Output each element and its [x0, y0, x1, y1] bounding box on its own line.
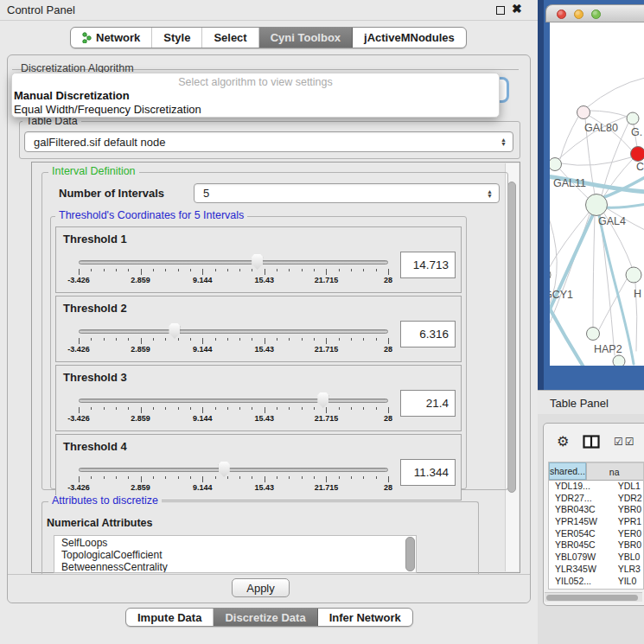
threshold-slider-thumb[interactable]	[219, 462, 230, 477]
cell-name[interactable]: YBL0	[611, 552, 643, 564]
network-edge[interactable]	[599, 279, 627, 329]
attribute-list-item[interactable]: SelfLoops	[54, 536, 416, 548]
bottom-tab-impute-data[interactable]: Impute Data	[126, 609, 214, 626]
gear-icon[interactable]: ⚙	[557, 433, 569, 450]
column-header-name[interactable]: na	[586, 462, 643, 480]
bottom-tab-label: Infer Network	[329, 611, 401, 624]
cell-shared-name[interactable]: YLR345W	[549, 564, 611, 576]
cell-shared-name[interactable]: YDR27...	[549, 493, 611, 505]
network-icon	[82, 32, 92, 43]
threshold-slider-thumb[interactable]	[317, 392, 328, 408]
network-edge[interactable]	[560, 117, 578, 159]
cell-shared-name[interactable]: YPR145W	[549, 516, 611, 528]
attribute-list-item[interactable]: BetweennessCentrality	[54, 560, 416, 572]
algorithm-placeholder-option[interactable]: Select algorithm to view settings	[12, 73, 499, 88]
network-edge[interactable]	[593, 215, 595, 327]
cell-name[interactable]: YBR0	[611, 504, 643, 516]
network-node[interactable]	[550, 158, 562, 171]
network-node[interactable]	[613, 355, 625, 366]
close-traffic-light-icon[interactable]	[557, 10, 566, 19]
table-row[interactable]: YPR145WYPR1	[549, 516, 643, 528]
network-node[interactable]	[627, 112, 639, 124]
threshold-value-field[interactable]: 6.316	[400, 321, 456, 348]
column-header-shared-name[interactable]: shared...	[549, 462, 586, 480]
cell-name[interactable]: YER0	[611, 528, 643, 540]
threshold-slider-track[interactable]	[79, 399, 388, 403]
cell-name[interactable]: YDR2	[611, 493, 643, 505]
threshold-slider-track[interactable]	[79, 329, 388, 334]
minimize-traffic-light-icon[interactable]	[574, 10, 583, 19]
split-columns-icon[interactable]	[583, 435, 600, 449]
algorithm-dropdown-popup: Select algorithm to view settings Manual…	[11, 73, 500, 118]
network-edge[interactable]	[550, 213, 589, 270]
network-canvas[interactable]: GAL80G.CGAL11GAL4GCY1HHAP2	[550, 22, 644, 366]
threshold-slider-track[interactable]	[79, 260, 388, 265]
cell-name[interactable]: YBR0	[611, 539, 643, 552]
algorithm-option[interactable]: Manual Discretization	[12, 88, 499, 102]
tab-jactivemnodules[interactable]: jActiveMNodules	[353, 28, 466, 48]
threshold-slider-track[interactable]	[79, 468, 388, 472]
close-icon[interactable]: ✖	[512, 2, 522, 16]
threshold-label: Threshold 2	[63, 302, 127, 315]
apply-button[interactable]: Apply	[232, 578, 290, 597]
table-row[interactable]: YER054CYER0	[549, 528, 643, 540]
checkboxes-icon[interactable]: ☑☑	[614, 436, 636, 448]
network-node[interactable]	[587, 328, 600, 341]
cell-name[interactable]: YDL1	[611, 481, 643, 493]
table-panel-header: Table Panel	[538, 390, 644, 414]
threshold-slider-thumb[interactable]	[169, 323, 180, 339]
zoom-traffic-light-icon[interactable]	[591, 10, 601, 19]
tab-network[interactable]: Network	[71, 28, 152, 48]
threshold-value-field[interactable]: 21.4	[400, 390, 456, 417]
tab-select[interactable]: Select	[202, 28, 258, 48]
table-row[interactable]: YBL079WYBL0	[549, 552, 643, 564]
threshold-slider-thumb[interactable]	[252, 254, 263, 270]
table-row[interactable]: YLR345WYLR3	[549, 564, 643, 576]
cell-name[interactable]: YLR3	[611, 564, 643, 576]
number-of-intervals-combobox[interactable]: 5 ▲▼	[194, 183, 500, 203]
viewport-scrollbar-thumb[interactable]	[507, 182, 516, 493]
tab-style[interactable]: Style	[152, 28, 202, 48]
bottom-tab-discretize-data[interactable]: Discretize Data	[214, 609, 317, 626]
tick-label: 2.859	[131, 414, 150, 423]
table-hscrollbar-track[interactable]	[545, 592, 642, 602]
network-node[interactable]	[626, 267, 641, 283]
cell-shared-name[interactable]: YBR045C	[549, 539, 611, 552]
table-row[interactable]: YBR045CYBR0	[549, 539, 643, 552]
float-window-icon[interactable]	[496, 6, 505, 15]
network-edge[interactable]	[561, 157, 631, 165]
network-edge[interactable]	[600, 215, 615, 355]
cell-name[interactable]: YPR1	[611, 516, 643, 528]
table-row[interactable]: YDL19...YDL1	[549, 481, 643, 493]
network-edge-highlighted[interactable]	[599, 215, 634, 364]
threshold-value-field[interactable]: 14.713	[400, 252, 456, 278]
attribute-list-item[interactable]: TopologicalCoefficient	[54, 548, 416, 560]
table-row[interactable]: YDR27...YDR2	[549, 493, 643, 505]
table-row[interactable]: YBR043CYBR0	[549, 504, 643, 516]
network-edge[interactable]	[590, 111, 628, 117]
bottom-tab-label: Discretize Data	[225, 611, 305, 624]
network-node[interactable]	[586, 194, 608, 216]
node-attribute-table[interactable]: shared... na YDL19...YDL1YDR27...YDR2YBR…	[548, 462, 644, 590]
network-window-titlebar[interactable]	[545, 4, 644, 22]
cell-shared-name[interactable]: YBR043C	[549, 504, 611, 516]
attributes-scrollbar-thumb[interactable]	[405, 537, 415, 571]
table-data-combobox[interactable]: galFiltered.sif default node ▲▼	[24, 131, 513, 152]
numerical-attributes-list[interactable]: SelfLoopsTopologicalCoefficientBetweenne…	[54, 535, 417, 573]
network-edge[interactable]	[586, 78, 644, 108]
cell-shared-name[interactable]: YDL19...	[549, 481, 611, 493]
network-edge-highlighted[interactable]	[605, 204, 644, 207]
cell-shared-name[interactable]: YER054C	[549, 528, 611, 540]
network-node[interactable]	[550, 268, 551, 282]
bottom-tab-infer-network[interactable]: Infer Network	[318, 609, 412, 626]
threshold-value-field[interactable]: 11.344	[400, 459, 456, 486]
tab-cyni-toolbox[interactable]: Cyni Toolbox	[259, 28, 353, 48]
network-node[interactable]	[577, 106, 590, 119]
table-hscrollbar-thumb[interactable]	[546, 595, 638, 601]
network-node[interactable]	[631, 147, 644, 162]
table-row[interactable]: YIL052...YIL0	[549, 576, 643, 588]
cell-shared-name[interactable]: YIL052...	[549, 576, 611, 588]
cell-shared-name[interactable]: YBL079W	[549, 552, 611, 564]
cell-name[interactable]: YIL0	[611, 576, 643, 588]
algorithm-option[interactable]: Equal Width/Frequency Discretization	[12, 102, 499, 116]
